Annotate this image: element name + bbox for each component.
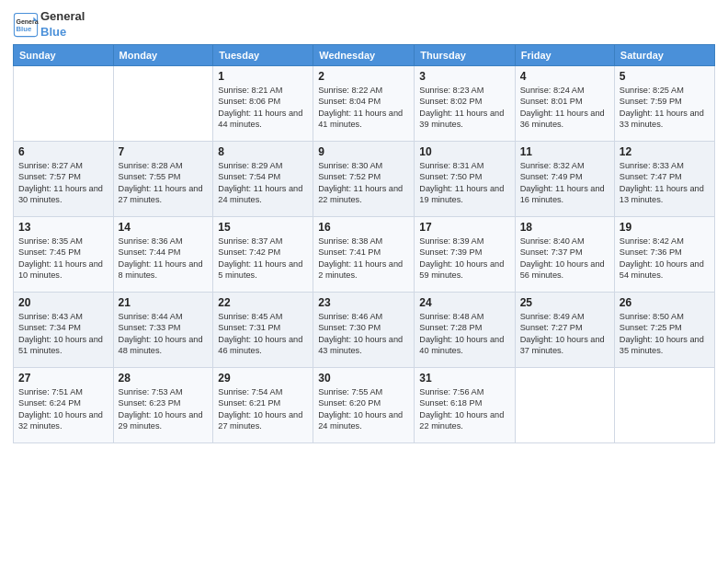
weekday-header-saturday: Saturday	[614, 44, 714, 65]
day-number: 23	[318, 296, 409, 309]
calendar: SundayMondayTuesdayWednesdayThursdayFrid…	[13, 44, 715, 443]
day-number: 12	[620, 145, 710, 158]
week-row-2: 6Sunrise: 8:27 AM Sunset: 7:57 PM Daylig…	[14, 141, 715, 216]
day-number: 25	[520, 296, 609, 309]
day-cell: 7Sunrise: 8:28 AM Sunset: 7:55 PM Daylig…	[113, 141, 213, 216]
logo-general: General	[40, 9, 85, 25]
week-row-5: 27Sunrise: 7:51 AM Sunset: 6:24 PM Dayli…	[14, 367, 715, 442]
day-detail: Sunrise: 8:42 AM Sunset: 7:36 PM Dayligh…	[620, 236, 710, 282]
day-cell: 17Sunrise: 8:39 AM Sunset: 7:39 PM Dayli…	[415, 216, 515, 292]
day-cell: 2Sunrise: 8:22 AM Sunset: 8:04 PM Daylig…	[313, 65, 415, 141]
day-detail: Sunrise: 8:31 AM Sunset: 7:50 PM Dayligh…	[419, 160, 509, 206]
day-cell	[14, 65, 114, 141]
day-number: 5	[620, 70, 710, 83]
day-number: 11	[520, 145, 609, 158]
logo-icon: General Blue	[13, 12, 39, 38]
day-cell: 31Sunrise: 7:56 AM Sunset: 6:18 PM Dayli…	[415, 367, 515, 442]
day-detail: Sunrise: 7:51 AM Sunset: 6:24 PM Dayligh…	[18, 386, 108, 432]
day-number: 3	[419, 70, 509, 83]
day-cell: 12Sunrise: 8:33 AM Sunset: 7:47 PM Dayli…	[614, 141, 714, 216]
day-detail: Sunrise: 8:22 AM Sunset: 8:04 PM Dayligh…	[318, 85, 409, 131]
svg-text:Blue: Blue	[17, 25, 32, 33]
day-number: 10	[419, 145, 509, 158]
day-number: 21	[119, 296, 209, 309]
day-detail: Sunrise: 8:44 AM Sunset: 7:33 PM Dayligh…	[119, 311, 209, 357]
day-cell: 25Sunrise: 8:49 AM Sunset: 7:27 PM Dayli…	[515, 292, 614, 367]
day-detail: Sunrise: 8:32 AM Sunset: 7:49 PM Dayligh…	[520, 160, 609, 206]
day-cell: 11Sunrise: 8:32 AM Sunset: 7:49 PM Dayli…	[515, 141, 614, 216]
day-cell: 21Sunrise: 8:44 AM Sunset: 7:33 PM Dayli…	[113, 292, 213, 367]
day-detail: Sunrise: 8:24 AM Sunset: 8:01 PM Dayligh…	[520, 85, 609, 131]
day-cell: 23Sunrise: 8:46 AM Sunset: 7:30 PM Dayli…	[313, 292, 415, 367]
day-number: 30	[318, 372, 409, 385]
day-number: 1	[218, 70, 308, 83]
day-detail: Sunrise: 8:29 AM Sunset: 7:54 PM Dayligh…	[218, 160, 308, 206]
day-detail: Sunrise: 8:38 AM Sunset: 7:41 PM Dayligh…	[318, 236, 409, 282]
weekday-header-wednesday: Wednesday	[313, 44, 415, 65]
week-row-4: 20Sunrise: 8:43 AM Sunset: 7:34 PM Dayli…	[14, 292, 715, 367]
day-detail: Sunrise: 8:30 AM Sunset: 7:52 PM Dayligh…	[318, 160, 409, 206]
weekday-header-monday: Monday	[113, 44, 213, 65]
header: General Blue General Blue	[13, 9, 715, 40]
day-cell: 13Sunrise: 8:35 AM Sunset: 7:45 PM Dayli…	[14, 216, 114, 292]
logo-blue: Blue	[40, 25, 85, 40]
day-cell: 26Sunrise: 8:50 AM Sunset: 7:25 PM Dayli…	[614, 292, 714, 367]
day-cell: 18Sunrise: 8:40 AM Sunset: 7:37 PM Dayli…	[515, 216, 614, 292]
weekday-header-friday: Friday	[515, 44, 614, 65]
day-number: 2	[318, 70, 409, 83]
day-detail: Sunrise: 7:55 AM Sunset: 6:20 PM Dayligh…	[318, 386, 409, 432]
day-cell: 24Sunrise: 8:48 AM Sunset: 7:28 PM Dayli…	[415, 292, 515, 367]
day-number: 8	[218, 145, 308, 158]
day-number: 22	[218, 296, 308, 309]
day-detail: Sunrise: 8:25 AM Sunset: 7:59 PM Dayligh…	[620, 85, 710, 131]
week-row-3: 13Sunrise: 8:35 AM Sunset: 7:45 PM Dayli…	[14, 216, 715, 292]
day-detail: Sunrise: 8:23 AM Sunset: 8:02 PM Dayligh…	[419, 85, 509, 131]
day-number: 18	[520, 221, 609, 234]
day-cell: 14Sunrise: 8:36 AM Sunset: 7:44 PM Dayli…	[113, 216, 213, 292]
day-cell	[515, 367, 614, 442]
day-detail: Sunrise: 8:36 AM Sunset: 7:44 PM Dayligh…	[119, 236, 209, 282]
weekday-header-sunday: Sunday	[14, 44, 114, 65]
week-row-1: 1Sunrise: 8:21 AM Sunset: 8:06 PM Daylig…	[14, 65, 715, 141]
day-cell: 3Sunrise: 8:23 AM Sunset: 8:02 PM Daylig…	[415, 65, 515, 141]
day-cell: 27Sunrise: 7:51 AM Sunset: 6:24 PM Dayli…	[14, 367, 114, 442]
day-number: 20	[18, 296, 108, 309]
weekday-header-tuesday: Tuesday	[213, 44, 313, 65]
day-number: 4	[520, 70, 609, 83]
day-number: 7	[119, 145, 209, 158]
day-number: 17	[419, 221, 509, 234]
day-cell: 10Sunrise: 8:31 AM Sunset: 7:50 PM Dayli…	[415, 141, 515, 216]
day-cell: 6Sunrise: 8:27 AM Sunset: 7:57 PM Daylig…	[14, 141, 114, 216]
day-number: 27	[18, 372, 108, 385]
day-number: 24	[419, 296, 509, 309]
day-cell: 5Sunrise: 8:25 AM Sunset: 7:59 PM Daylig…	[614, 65, 714, 141]
day-cell: 20Sunrise: 8:43 AM Sunset: 7:34 PM Dayli…	[14, 292, 114, 367]
day-cell: 28Sunrise: 7:53 AM Sunset: 6:23 PM Dayli…	[113, 367, 213, 442]
day-cell: 8Sunrise: 8:29 AM Sunset: 7:54 PM Daylig…	[213, 141, 313, 216]
day-number: 29	[218, 372, 308, 385]
day-cell	[614, 367, 714, 442]
day-cell: 22Sunrise: 8:45 AM Sunset: 7:31 PM Dayli…	[213, 292, 313, 367]
day-cell: 19Sunrise: 8:42 AM Sunset: 7:36 PM Dayli…	[614, 216, 714, 292]
day-detail: Sunrise: 8:43 AM Sunset: 7:34 PM Dayligh…	[18, 311, 108, 357]
day-detail: Sunrise: 8:27 AM Sunset: 7:57 PM Dayligh…	[18, 160, 108, 206]
weekday-header-row: SundayMondayTuesdayWednesdayThursdayFrid…	[14, 44, 715, 65]
day-detail: Sunrise: 8:37 AM Sunset: 7:42 PM Dayligh…	[218, 236, 308, 282]
day-detail: Sunrise: 7:56 AM Sunset: 6:18 PM Dayligh…	[419, 386, 509, 432]
day-detail: Sunrise: 8:33 AM Sunset: 7:47 PM Dayligh…	[620, 160, 710, 206]
day-detail: Sunrise: 8:40 AM Sunset: 7:37 PM Dayligh…	[520, 236, 609, 282]
day-cell: 9Sunrise: 8:30 AM Sunset: 7:52 PM Daylig…	[313, 141, 415, 216]
logo: General Blue General Blue	[13, 9, 85, 40]
day-number: 26	[620, 296, 710, 309]
day-number: 19	[620, 221, 710, 234]
day-detail: Sunrise: 8:28 AM Sunset: 7:55 PM Dayligh…	[119, 160, 209, 206]
day-detail: Sunrise: 8:50 AM Sunset: 7:25 PM Dayligh…	[620, 311, 710, 357]
day-detail: Sunrise: 7:54 AM Sunset: 6:21 PM Dayligh…	[218, 386, 308, 432]
day-number: 14	[119, 221, 209, 234]
day-detail: Sunrise: 7:53 AM Sunset: 6:23 PM Dayligh…	[119, 386, 209, 432]
weekday-header-thursday: Thursday	[415, 44, 515, 65]
day-detail: Sunrise: 8:21 AM Sunset: 8:06 PM Dayligh…	[218, 85, 308, 131]
day-number: 28	[119, 372, 209, 385]
day-detail: Sunrise: 8:35 AM Sunset: 7:45 PM Dayligh…	[18, 236, 108, 282]
day-cell: 16Sunrise: 8:38 AM Sunset: 7:41 PM Dayli…	[313, 216, 415, 292]
